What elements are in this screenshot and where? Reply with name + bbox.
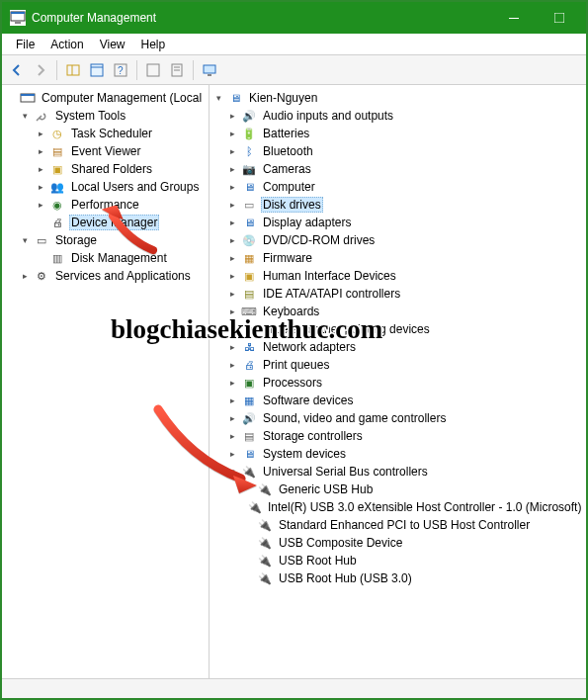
- cat-ide[interactable]: ▸▤IDE ATA/ATAPI controllers: [210, 285, 586, 303]
- expand-icon[interactable]: ▸: [225, 144, 239, 158]
- tree-label: Cameras: [261, 162, 313, 176]
- cat-dvd[interactable]: ▸💿DVD/CD-ROM drives: [210, 231, 586, 249]
- annotation-arrow-icon: [150, 404, 259, 496]
- usb-standard-controller[interactable]: ▸🔌Standard Enhanced PCI to USB Host Cont…: [210, 516, 586, 534]
- cat-hid[interactable]: ▸▣Human Interface Devices: [210, 267, 586, 285]
- tree-label: Storage controllers: [261, 429, 365, 443]
- tree-task-scheduler[interactable]: ▸ ◷ Task Scheduler: [2, 125, 209, 142]
- expand-icon[interactable]: ▸: [225, 305, 239, 318]
- svg-rect-7: [91, 64, 103, 76]
- show-hide-tree-button[interactable]: [62, 59, 84, 81]
- expand-icon[interactable]: ▸: [34, 127, 47, 140]
- expand-icon[interactable]: ▸: [225, 251, 239, 265]
- refresh-button[interactable]: [142, 59, 164, 81]
- tree-root[interactable]: ▶ Computer Management (Local: [2, 89, 209, 107]
- tree-label: Shared Folders: [69, 162, 154, 176]
- expand-icon[interactable]: ▸: [225, 233, 239, 247]
- tree-shared-folders[interactable]: ▸ ▣ Shared Folders: [2, 160, 209, 178]
- usb-root-hub[interactable]: ▸🔌USB Root Hub: [210, 552, 586, 569]
- cat-computer[interactable]: ▸🖥Computer: [210, 178, 586, 196]
- expand-icon[interactable]: ▸: [34, 144, 47, 158]
- tools-icon: [34, 108, 49, 124]
- expand-icon[interactable]: ▸: [34, 198, 47, 212]
- expand-icon[interactable]: ▸: [34, 180, 47, 194]
- cat-storage-controllers[interactable]: ▸▤Storage controllers: [210, 427, 586, 445]
- cat-audio[interactable]: ▸🔊Audio inputs and outputs: [210, 107, 586, 125]
- cat-display[interactable]: ▸🖥Display adapters: [210, 214, 586, 231]
- expand-icon[interactable]: ▸: [225, 127, 239, 140]
- camera-icon: 📷: [241, 161, 257, 177]
- dvd-icon: 💿: [241, 232, 257, 248]
- expand-icon[interactable]: ▸: [225, 216, 239, 229]
- menu-action[interactable]: Action: [42, 36, 91, 53]
- usb-composite[interactable]: ▸🔌USB Composite Device: [210, 534, 586, 552]
- tree-local-users[interactable]: ▸ 👥 Local Users and Groups: [2, 178, 209, 196]
- svg-rect-2: [15, 22, 21, 24]
- tree-label: Mice and other pointing devices: [261, 322, 432, 336]
- back-button[interactable]: [6, 59, 28, 81]
- cat-sound[interactable]: ▸🔊Sound, video and game controllers: [210, 409, 586, 427]
- help-button[interactable]: ?: [110, 59, 131, 81]
- menu-help[interactable]: Help: [133, 36, 174, 53]
- collapse-icon[interactable]: ▾: [18, 109, 32, 123]
- minimize-button[interactable]: [491, 2, 537, 34]
- cat-usb[interactable]: ▾🔌Universal Serial Bus controllers: [210, 463, 586, 481]
- bluetooth-icon: ᛒ: [241, 143, 257, 159]
- cat-system-devices[interactable]: ▸🖥System devices: [210, 445, 586, 463]
- monitor-button[interactable]: [199, 59, 220, 81]
- usb-icon: 🔌: [257, 517, 273, 533]
- cat-network[interactable]: ▸🖧Network adapters: [210, 338, 586, 356]
- cat-bluetooth[interactable]: ▸ᛒBluetooth: [210, 142, 586, 160]
- svg-rect-15: [204, 65, 215, 73]
- cat-cameras[interactable]: ▸📷Cameras: [210, 160, 586, 178]
- expand-icon[interactable]: ▸: [225, 287, 239, 301]
- tree-services[interactable]: ▸ ⚙ Services and Applications: [2, 267, 209, 285]
- left-tree-pane[interactable]: ▶ Computer Management (Local ▾ System To…: [2, 85, 210, 678]
- properties-button[interactable]: [86, 59, 108, 81]
- usb-generic-hub[interactable]: ▸🔌Generic USB Hub: [210, 481, 586, 498]
- tree-event-viewer[interactable]: ▸ ▤ Event Viewer: [2, 142, 209, 160]
- cat-firmware[interactable]: ▸▦Firmware: [210, 249, 586, 267]
- right-tree-pane[interactable]: ▾ 🖥 Kien-Nguyen ▸🔊Audio inputs and outpu…: [210, 85, 586, 678]
- menu-file[interactable]: File: [8, 36, 42, 53]
- usb-icon: 🔌: [257, 553, 273, 569]
- device-root[interactable]: ▾ 🖥 Kien-Nguyen: [210, 89, 586, 107]
- tree-system-tools[interactable]: ▾ System Tools: [2, 107, 209, 125]
- tree-label: Audio inputs and outputs: [261, 109, 395, 123]
- cat-disk-drives[interactable]: ▸▭Disk drives: [210, 196, 586, 214]
- tree-label: Human Interface Devices: [261, 269, 398, 283]
- svg-rect-3: [509, 18, 519, 19]
- expand-icon[interactable]: ▸: [225, 109, 239, 123]
- expand-icon[interactable]: ▸: [225, 162, 239, 176]
- usb-intel-controller[interactable]: ▸🔌Intel(R) USB 3.0 eXtensible Host Contr…: [210, 498, 586, 516]
- expand-icon[interactable]: ▸: [225, 198, 239, 212]
- collapse-icon[interactable]: ▾: [211, 91, 225, 105]
- hid-icon: ▣: [241, 268, 257, 284]
- collapse-icon[interactable]: ▾: [18, 233, 32, 247]
- expand-icon[interactable]: ▸: [225, 376, 239, 390]
- expand-icon[interactable]: ▸: [18, 269, 32, 283]
- tree-label: USB Root Hub: [277, 554, 359, 568]
- window-title: Computer Management: [32, 11, 491, 25]
- action-button[interactable]: [166, 59, 188, 81]
- cat-mice[interactable]: ▸🖱Mice and other pointing devices: [210, 320, 586, 338]
- cat-software[interactable]: ▸▦Software devices: [210, 392, 586, 409]
- forward-button[interactable]: [30, 59, 51, 81]
- expand-icon[interactable]: ▸: [225, 269, 239, 283]
- expand-icon[interactable]: ▸: [34, 162, 47, 176]
- tree-label: Bluetooth: [261, 144, 315, 158]
- expand-icon[interactable]: ▸: [225, 340, 239, 354]
- expand-icon[interactable]: ▸: [225, 180, 239, 194]
- toolbar: ?: [2, 55, 586, 85]
- usb-root-hub-3[interactable]: ▸🔌USB Root Hub (USB 3.0): [210, 569, 586, 587]
- menu-view[interactable]: View: [92, 36, 133, 53]
- cat-batteries[interactable]: ▸🔋Batteries: [210, 125, 586, 142]
- cat-print-queues[interactable]: ▸🖨Print queues: [210, 356, 586, 374]
- cat-keyboards[interactable]: ▸⌨Keyboards: [210, 303, 586, 320]
- tree-label: Firmware: [261, 251, 314, 265]
- expand-icon[interactable]: ▸: [225, 322, 239, 336]
- maximize-button[interactable]: [537, 2, 582, 34]
- tree-label: Generic USB Hub: [277, 482, 375, 496]
- cat-processors[interactable]: ▸▣Processors: [210, 374, 586, 392]
- expand-icon[interactable]: ▸: [225, 358, 239, 372]
